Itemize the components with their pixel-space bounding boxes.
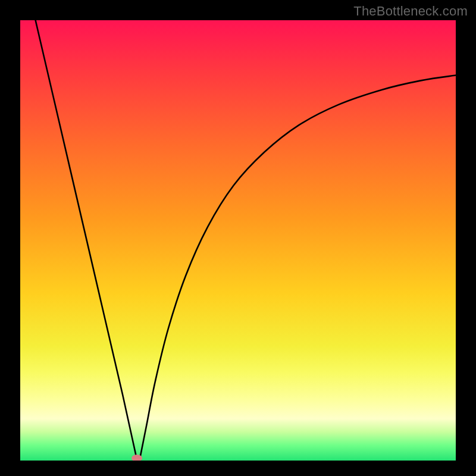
bottleneck-curve xyxy=(20,20,456,461)
plot-area xyxy=(20,20,456,461)
chart-frame: TheBottleneck.com xyxy=(0,0,476,476)
watermark-text: TheBottleneck.com xyxy=(353,4,468,19)
optimal-point-marker xyxy=(131,455,142,461)
